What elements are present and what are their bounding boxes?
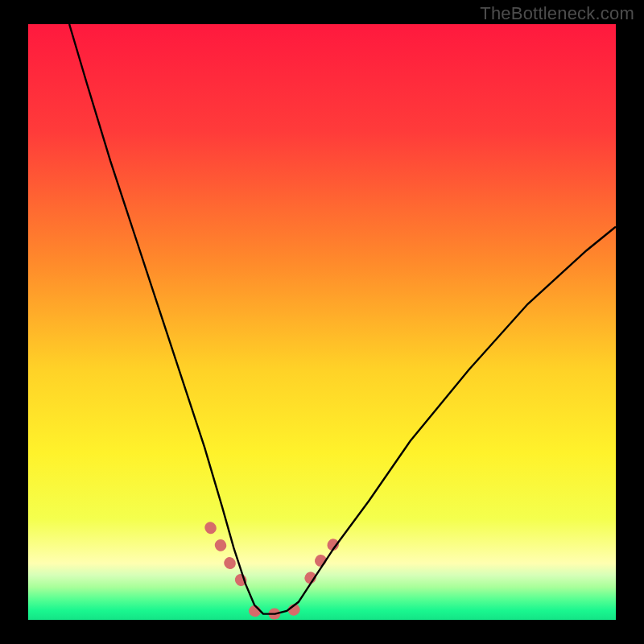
chart-frame: TheBottleneck.com bbox=[0, 0, 644, 644]
watermark-text: TheBottleneck.com bbox=[480, 3, 634, 24]
bottleneck-plot bbox=[0, 0, 644, 644]
plot-background bbox=[28, 24, 616, 620]
